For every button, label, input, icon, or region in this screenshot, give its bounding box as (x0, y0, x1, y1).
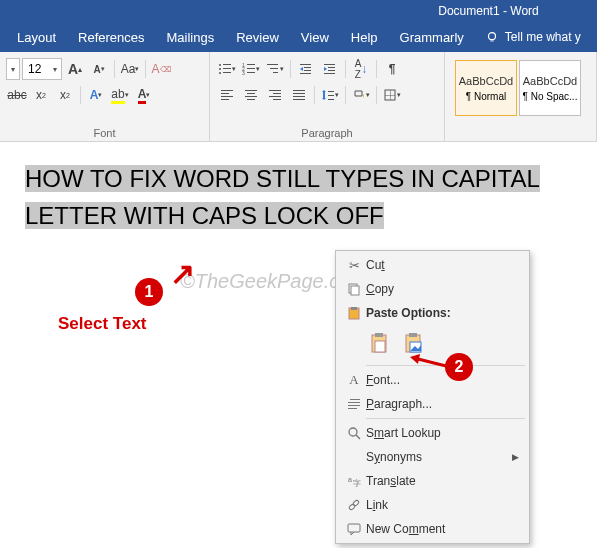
ctx-translate[interactable]: a字 Translate (338, 469, 527, 493)
svg-point-65 (348, 504, 355, 511)
svg-rect-18 (304, 70, 311, 71)
ctx-smart-lookup[interactable]: Smart Lookup (338, 421, 527, 445)
increase-indent-button[interactable] (319, 58, 341, 80)
svg-rect-19 (300, 73, 311, 74)
ctx-paste-options-label: Paste Options: (366, 306, 451, 320)
separator (114, 60, 115, 78)
align-justify-button[interactable] (288, 84, 310, 106)
separator (145, 60, 146, 78)
show-hide-button[interactable]: ¶ (381, 58, 403, 80)
ctx-synonyms[interactable]: Synonyms ▶ (338, 445, 527, 469)
style-name: ¶ No Spac... (523, 91, 578, 102)
sort-button[interactable]: AZ↓ (350, 58, 372, 80)
style-preview: AaBbCcDd (523, 75, 577, 91)
shading-button[interactable]: ▾ (350, 84, 372, 106)
ctx-paragraph[interactable]: Paragraph... (338, 392, 527, 416)
svg-rect-67 (348, 524, 360, 532)
lightbulb-icon (485, 30, 499, 44)
subscript-button[interactable]: x2 (30, 84, 52, 106)
style-preview: AaBbCcDd (459, 75, 513, 91)
svg-rect-59 (348, 405, 360, 406)
line-spacing-icon (321, 88, 335, 102)
ctx-font[interactable]: A Font... (338, 368, 527, 392)
paragraph-group: ▾ 123▾ ▾ AZ↓ ¶ ▾ ▾ ▾ (210, 52, 445, 141)
ctx-copy[interactable]: Copy (338, 277, 527, 301)
annotation-arrow-2 (408, 352, 448, 370)
selected-text[interactable]: HOW TO FIX WORD STILL TYPES IN CAPITAL L… (25, 165, 540, 229)
svg-point-1 (219, 64, 221, 66)
separator (376, 60, 377, 78)
svg-point-0 (488, 33, 495, 40)
tab-references[interactable]: References (67, 22, 155, 52)
font-size-value: 12 (25, 62, 51, 76)
shrink-font-button[interactable]: A▾ (88, 58, 110, 80)
tab-help[interactable]: Help (340, 22, 389, 52)
font-color-button[interactable]: A▾ (133, 84, 155, 106)
bucket-icon (352, 88, 366, 102)
copy-icon (342, 282, 366, 296)
ctx-separator (366, 418, 525, 419)
paste-keep-source-button[interactable] (366, 329, 394, 357)
svg-point-66 (352, 500, 359, 507)
annotation-badge-1: 1 (135, 278, 163, 306)
highlight-color-button[interactable]: ab▾ (109, 84, 131, 106)
svg-rect-21 (328, 67, 335, 68)
clear-formatting-button[interactable]: A⌫ (150, 58, 172, 80)
ctx-new-comment[interactable]: New Comment (338, 517, 527, 541)
chevron-right-icon: ▶ (512, 452, 519, 462)
tell-me-search[interactable]: Tell me what y (485, 30, 581, 44)
font-size-combo[interactable]: 12▾ (22, 58, 62, 80)
strikethrough-button[interactable]: abc (6, 84, 28, 106)
decrease-indent-button[interactable] (295, 58, 317, 80)
align-left-button[interactable] (216, 84, 238, 106)
svg-rect-40 (323, 92, 325, 98)
svg-rect-46 (390, 90, 391, 100)
ctx-link-label: Link (366, 498, 388, 512)
clipboard-source-icon (370, 332, 390, 354)
svg-rect-42 (328, 95, 334, 96)
numbering-button[interactable]: 123▾ (240, 58, 262, 80)
ctx-cut[interactable]: ✂ Cut (338, 253, 527, 277)
bullets-button[interactable]: ▾ (216, 58, 238, 80)
tab-view[interactable]: View (290, 22, 340, 52)
line-spacing-button[interactable]: ▾ (319, 84, 341, 106)
tab-layout[interactable]: Layout (6, 22, 67, 52)
svg-rect-6 (223, 72, 231, 73)
link-icon (342, 498, 366, 512)
ctx-synonyms-label: Synonyms (366, 450, 422, 464)
svg-rect-10 (247, 68, 255, 69)
font-group-label: Font (6, 125, 203, 141)
document-area[interactable]: HOW TO FIX WORD STILL TYPES IN CAPITAL L… (25, 160, 587, 234)
tab-review[interactable]: Review (225, 22, 290, 52)
text-effects-button[interactable]: A▾ (85, 84, 107, 106)
font-family-combo[interactable]: ▾ (6, 58, 20, 80)
svg-rect-38 (293, 96, 305, 97)
svg-point-61 (349, 428, 357, 436)
separator (376, 86, 377, 104)
svg-rect-23 (324, 73, 335, 74)
multilevel-list-button[interactable]: ▾ (264, 58, 286, 80)
ctx-link[interactable]: Link (338, 493, 527, 517)
svg-rect-4 (223, 68, 231, 69)
svg-rect-60 (348, 408, 357, 409)
svg-rect-20 (324, 64, 335, 65)
ctx-paragraph-label: Paragraph... (366, 397, 432, 411)
font-group: ▾ 12▾ A▴ A▾ Aa▾ A⌫ abc x2 x2 A▾ ab▾ A▾ F… (0, 52, 210, 141)
grow-font-button[interactable]: A▴ (64, 58, 86, 80)
ctx-paste-options-header: Paste Options: (338, 301, 527, 325)
svg-rect-24 (221, 90, 233, 91)
separator (345, 86, 346, 104)
tab-mailings[interactable]: Mailings (156, 22, 226, 52)
superscript-button[interactable]: x2 (54, 84, 76, 106)
borders-button[interactable]: ▾ (381, 84, 403, 106)
align-center-button[interactable] (240, 84, 262, 106)
change-case-button[interactable]: Aa▾ (119, 58, 141, 80)
svg-rect-53 (375, 341, 385, 352)
style-normal[interactable]: AaBbCcDd ¶ Normal (455, 60, 517, 116)
tab-grammarly[interactable]: Grammarly (389, 22, 475, 52)
svg-rect-22 (328, 70, 335, 71)
align-right-button[interactable] (264, 84, 286, 106)
style-no-spacing[interactable]: AaBbCcDd ¶ No Spac... (519, 60, 581, 116)
svg-rect-29 (247, 93, 255, 94)
ribbon: ▾ 12▾ A▴ A▾ Aa▾ A⌫ abc x2 x2 A▾ ab▾ A▾ F… (0, 52, 597, 142)
